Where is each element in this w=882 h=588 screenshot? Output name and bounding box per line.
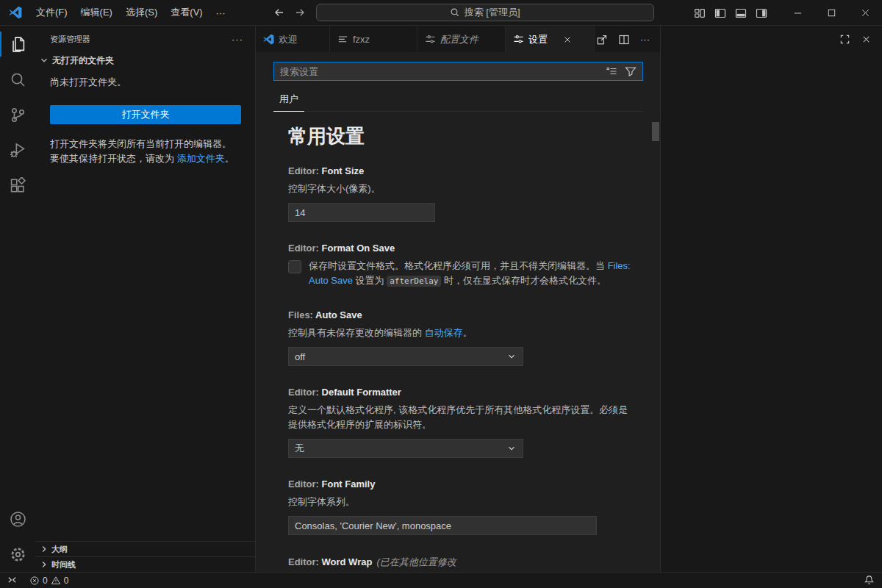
font-size-input[interactable] [288,203,435,222]
setting-editor-word-wrap: Editor: Word Wrap(已在其他位置修改 [288,556,642,569]
chevron-right-icon [38,543,50,555]
menu-file[interactable]: 文件(F) [29,3,74,22]
error-icon [29,576,40,586]
font-family-input[interactable] [288,516,597,535]
setting-category: Editor: [288,243,319,254]
menu-view[interactable]: 查看(V) [164,3,209,22]
maximize-group-icon[interactable] [839,34,850,45]
setting-description: 定义一个默认格式化程序, 该格式化程序优先于所有其他格式化程序设置。必须是提供格… [288,403,634,432]
command-center-search[interactable]: 搜索 [管理员] [316,4,654,21]
tab-settings[interactable]: 设置 [506,26,595,52]
setting-title: Editor: Font Family [288,478,642,490]
minimize-button[interactable] [781,0,814,26]
setting-category: Editor: [288,556,319,567]
timeline-label: 时间线 [51,559,76,570]
tab-label: fzxz [353,34,370,45]
warning-icon [51,576,61,586]
setting-editor-font-family: Editor: Font Family 控制字体系列。 [288,478,642,535]
editor-scrollbar[interactable] [652,122,659,141]
forward-icon[interactable] [294,7,306,18]
setting-description: 控制具有未保存更改的编辑器的 自动保存。 [288,326,634,340]
open-settings-json-icon[interactable] [596,34,608,46]
close-panel-icon[interactable] [861,34,872,45]
desc-text: 保存时设置文件格式。格式化程序必须可用，并且不得关闭编辑器。当 [309,260,608,271]
source-control-icon [10,107,26,123]
customize-layout-icon[interactable] [694,7,706,19]
sidebar-item-source-control[interactable] [0,97,35,132]
settings-gear-button[interactable] [0,537,35,572]
setting-name: Format On Save [322,243,395,254]
notifications-button[interactable] [856,573,882,588]
sidebar-item-extensions[interactable] [0,168,35,203]
settings-scope-tabs: 用户 [273,90,643,112]
search-icon [450,7,460,18]
menu-edit[interactable]: 编辑(E) [74,3,119,22]
setting-title: Editor: Format On Save [288,243,642,254]
auto-save-link[interactable]: 自动保存 [425,327,463,338]
account-button[interactable] [0,501,35,537]
setting-files-auto-save: Files: Auto Save 控制具有未保存更改的编辑器的 自动保存。 of… [288,309,642,366]
tab-fzxz[interactable]: fzxz [330,26,417,52]
status-bar: 0 0 [0,572,882,588]
setting-category: Files: [288,309,313,320]
desc-text: 。 [463,327,473,338]
format-on-save-checkbox[interactable] [288,260,301,273]
setting-name: Font Family [322,478,376,490]
command-center-label: 搜索 [管理员] [465,6,520,19]
close-tab-icon[interactable] [562,35,573,45]
menu-more[interactable]: ··· [209,4,232,21]
setting-title: Editor: Font Size [288,165,642,176]
vscode-logo-icon [9,6,22,19]
section-timeline[interactable]: 时间线 [35,556,255,572]
problems-indicator[interactable]: 0 0 [24,573,74,588]
files-icon [10,36,26,53]
open-folder-button[interactable]: 打开文件夹 [50,105,241,124]
sidebar-item-explorer[interactable] [0,26,35,62]
select-value: 无 [295,442,304,455]
setting-category: Editor: [288,387,319,398]
modified-elsewhere-note: (已在其他位置修改 [376,556,456,567]
note-period: 。 [225,153,234,164]
section-outline[interactable]: 大纲 [35,541,255,556]
sidebar-more-actions[interactable]: ··· [232,34,243,45]
sidebar-item-run-debug[interactable] [0,132,35,168]
settings-sliders-icon [425,34,436,45]
auxiliary-bar [662,26,882,572]
tab-user-settings[interactable]: 用户 [273,90,304,112]
back-icon[interactable] [273,7,285,18]
setting-category: Editor: [288,478,319,490]
auto-save-select[interactable]: off [288,347,523,366]
account-icon [10,511,26,528]
split-editor-icon[interactable] [618,34,630,46]
menu-selection[interactable]: 选择(S) [119,3,164,22]
add-folder-link[interactable]: 添加文件夹 [177,153,225,164]
more-actions-icon[interactable]: ··· [640,34,650,45]
close-button[interactable] [848,0,882,26]
activity-bar [0,26,35,572]
default-formatter-select[interactable]: 无 [288,439,523,458]
remote-indicator[interactable] [0,573,24,588]
editor-group: 欢迎 fzxz 配置文件 设置 [256,26,661,572]
maximize-button[interactable] [814,0,848,26]
setting-title: Editor: Word Wrap(已在其他位置修改 [288,556,642,569]
tab-profile[interactable]: 配置文件 [417,26,506,52]
desc-text: 设置为 [353,275,387,286]
sidebar-item-search[interactable] [0,62,35,97]
tab-label: 配置文件 [440,33,478,46]
toggle-sidebar-left-icon[interactable] [714,7,726,19]
setting-description: 控制字体系列。 [288,495,634,509]
clear-settings-search-icon[interactable] [606,65,617,77]
chevron-down-icon [506,351,517,362]
warning-count: 0 [64,576,69,586]
setting-editor-default-formatter: Editor: Default Formatter 定义一个默认格式化程序, 该… [288,387,642,458]
settings-search-box [273,62,643,81]
chevron-right-icon [38,559,50,570]
tab-welcome[interactable]: 欢迎 [256,26,330,52]
list-file-icon [337,34,348,45]
section-no-folder-opened[interactable]: 无打开的文件夹 [35,52,255,68]
toggle-panel-icon[interactable] [735,7,747,19]
no-folder-message: 尚未打开文件夹。 [50,76,240,89]
toggle-sidebar-right-icon[interactable] [756,7,767,19]
settings-search-input[interactable] [274,66,606,77]
filter-settings-icon[interactable] [625,65,637,77]
